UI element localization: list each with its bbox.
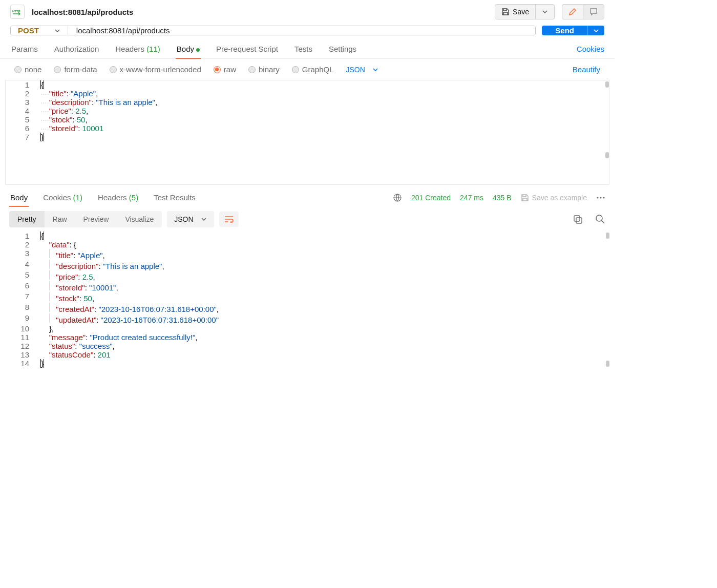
- globe-icon[interactable]: [393, 193, 402, 202]
- save-as-example[interactable]: Save as example: [521, 194, 587, 202]
- save-icon: [501, 8, 510, 16]
- bodytype-raw[interactable]: raw: [214, 65, 236, 74]
- resp-tab-body[interactable]: Body: [9, 188, 29, 207]
- svg-rect-6: [576, 218, 582, 223]
- bodytype-graphql[interactable]: GraphQL: [292, 65, 334, 74]
- response-status-bar: 201 Created 247 ms 435 B Save as example: [393, 193, 605, 202]
- response-time: 247 ms: [460, 194, 483, 202]
- search-icon[interactable]: [595, 214, 605, 224]
- wrap-lines-button[interactable]: [219, 212, 239, 227]
- scrollbar-thumb[interactable]: [606, 233, 609, 239]
- svg-point-2: [597, 197, 598, 198]
- url-input[interactable]: [68, 26, 535, 35]
- send-button-group: Send: [542, 26, 604, 35]
- chevron-down-icon: [542, 9, 548, 15]
- tab-params[interactable]: Params: [10, 39, 39, 58]
- cookies-link[interactable]: Cookies: [577, 45, 604, 53]
- resp-tab-testresults[interactable]: Test Results: [153, 188, 197, 207]
- chevron-down-icon: [201, 216, 207, 222]
- response-size: 435 B: [493, 194, 512, 202]
- more-icon[interactable]: [596, 196, 605, 199]
- save-button[interactable]: Save: [495, 5, 535, 19]
- chevron-down-icon: [54, 28, 60, 34]
- save-label: Save: [513, 8, 529, 16]
- edit-button[interactable]: [562, 5, 583, 19]
- unsaved-dot-icon: [196, 48, 200, 52]
- body-format-select[interactable]: JSON: [346, 66, 378, 74]
- resp-tab-cookies[interactable]: Cookies (1): [42, 188, 83, 207]
- bodytype-xwww[interactable]: x-www-form-urlencoded: [110, 65, 201, 74]
- pencil-icon: [568, 8, 577, 16]
- save-button-group: Save: [495, 4, 555, 19]
- tab-headers[interactable]: Headers (11): [114, 39, 161, 58]
- svg-point-3: [600, 197, 601, 198]
- scrollbar-thumb[interactable]: [606, 361, 609, 367]
- resp-tab-headers[interactable]: Headers (5): [97, 188, 139, 207]
- status-code: 201 Created: [411, 194, 451, 202]
- request-title: localhost:8081/api/products: [32, 8, 133, 16]
- tab-settings[interactable]: Settings: [328, 39, 357, 58]
- scrollbar-thumb[interactable]: [605, 81, 609, 88]
- svg-point-4: [603, 197, 604, 198]
- response-body-viewer[interactable]: 1{2 "data": {3 "title": "Apple",4 "descr…: [5, 232, 609, 368]
- request-body-editor[interactable]: 1{2····"title":·"Apple",3····"descriptio…: [5, 80, 609, 185]
- view-raw[interactable]: Raw: [45, 211, 75, 227]
- view-pretty[interactable]: Pretty: [9, 211, 45, 227]
- svg-text:HTTP: HTTP: [12, 10, 20, 13]
- send-options-dropdown[interactable]: [587, 26, 604, 35]
- scrollbar-thumb[interactable]: [605, 152, 609, 158]
- http-method-select[interactable]: POST: [11, 26, 68, 35]
- save-options-dropdown[interactable]: [535, 5, 554, 19]
- bodytype-binary[interactable]: binary: [248, 65, 280, 74]
- chevron-down-icon: [593, 28, 599, 34]
- tab-authorization[interactable]: Authorization: [53, 39, 100, 58]
- comment-icon: [589, 8, 598, 16]
- extra-actions-group: [562, 4, 604, 19]
- save-icon: [521, 194, 529, 202]
- send-button[interactable]: Send: [542, 26, 587, 35]
- view-preview[interactable]: Preview: [75, 211, 117, 227]
- tab-tests[interactable]: Tests: [293, 39, 313, 58]
- response-format-select[interactable]: JSON: [167, 211, 214, 227]
- http-icon: HTTP: [10, 5, 25, 19]
- comment-button[interactable]: [583, 5, 604, 19]
- bodytype-formdata[interactable]: form-data: [54, 65, 97, 74]
- wrap-icon: [224, 216, 234, 223]
- svg-rect-5: [574, 216, 580, 221]
- method-label: POST: [18, 26, 39, 35]
- bodytype-none[interactable]: none: [14, 65, 41, 74]
- view-mode-segmented: Pretty Raw Preview Visualize: [9, 211, 162, 227]
- tab-prerequest[interactable]: Pre-request Script: [215, 39, 279, 58]
- copy-icon[interactable]: [573, 214, 583, 224]
- tab-body[interactable]: Body: [176, 39, 201, 58]
- chevron-down-icon: [372, 67, 378, 73]
- svg-point-7: [596, 215, 602, 221]
- view-visualize[interactable]: Visualize: [117, 211, 162, 227]
- beautify-link[interactable]: Beautify: [573, 65, 600, 74]
- url-bar: POST: [10, 26, 536, 35]
